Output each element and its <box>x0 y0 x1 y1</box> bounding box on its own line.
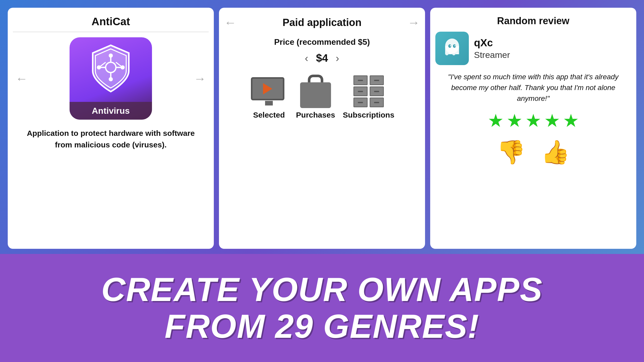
drawer-handle-3 <box>358 102 363 103</box>
cabinet-column-2 <box>370 75 384 107</box>
drawer-handle-5 <box>374 91 379 92</box>
app-name: qXc <box>474 37 510 49</box>
drawer-handle-2 <box>358 91 363 92</box>
banner-text: Create your own apps from 29 genres! <box>101 271 543 345</box>
price-row: ‹ $4 › <box>305 52 339 64</box>
card1-divider <box>13 32 209 32</box>
card2-next-button[interactable]: → <box>408 15 420 30</box>
app-label-bar: Antivirus <box>70 102 152 120</box>
paid-application-card: ← Paid application → Price (recommended … <box>219 8 425 249</box>
purchases-option[interactable]: Purchases <box>296 75 335 119</box>
bag-body <box>300 82 331 108</box>
review-title: Random review <box>497 15 570 27</box>
bottom-banner: Create your own apps from 29 genres! <box>0 254 644 362</box>
subscriptions-option[interactable]: Subscriptions <box>343 75 394 119</box>
drawer-handle-6 <box>374 102 379 103</box>
card2-prev-button[interactable]: ← <box>224 15 236 30</box>
price-value: $4 <box>316 52 328 64</box>
svg-point-5 <box>109 54 113 58</box>
cabinet-icon <box>353 75 384 107</box>
app-showcase: ← <box>13 37 209 120</box>
next-app-button[interactable]: → <box>194 72 206 86</box>
star-4: ★ <box>544 112 560 130</box>
star-2: ★ <box>506 112 523 130</box>
drawer-2 <box>353 86 368 96</box>
selected-icon-area <box>250 75 288 108</box>
monitor-stand <box>265 101 273 105</box>
anticat-title: AntiCat <box>91 15 130 28</box>
app-name-block: qXc Streamer <box>474 37 510 60</box>
prev-app-button[interactable]: ← <box>15 72 28 86</box>
card2-nav-title: Paid application <box>283 17 362 28</box>
svg-point-6 <box>109 77 113 81</box>
thumbs-up-icon[interactable]: 👍 <box>541 139 570 166</box>
subscriptions-icon-area <box>349 75 388 108</box>
thumbs-row: 👎 👍 <box>497 139 570 166</box>
app-info-row: qXc Streamer <box>435 32 631 65</box>
star-1: ★ <box>488 112 504 130</box>
monitor-screen <box>251 77 284 100</box>
purchases-label: Purchases <box>296 111 335 119</box>
svg-point-16 <box>454 45 456 47</box>
star-5: ★ <box>563 112 579 130</box>
banner-line2: from 29 genres! <box>165 307 479 345</box>
monitor-icon <box>251 77 287 105</box>
drawer-handle-4 <box>374 80 379 81</box>
price-label: Price (recommended $5) <box>274 37 370 47</box>
banner-line1: Create your own apps <box>101 271 543 308</box>
app-description: Application to protect hardware with sof… <box>13 127 209 151</box>
shield-area <box>85 37 137 102</box>
app-label: Antivirus <box>92 106 130 116</box>
price-up-button[interactable]: › <box>336 52 339 64</box>
price-down-button[interactable]: ‹ <box>305 52 308 64</box>
thumbs-down-icon[interactable]: 👎 <box>497 139 526 166</box>
card2-nav: ← Paid application → <box>224 15 420 30</box>
svg-point-15 <box>450 45 451 47</box>
drawer-1 <box>353 75 368 85</box>
review-text: "I've spent so much time with this app t… <box>435 72 631 104</box>
subscriptions-label: Subscriptions <box>343 111 394 119</box>
play-icon <box>263 83 272 94</box>
shopping-bag-icon <box>300 75 331 108</box>
app-icon: Antivirus <box>70 37 152 120</box>
star-3: ★ <box>525 112 541 130</box>
cabinet-column-1 <box>353 75 368 107</box>
shield-icon <box>85 43 137 94</box>
drawer-5 <box>370 86 384 96</box>
selected-label: Selected <box>253 111 285 119</box>
drawer-handle-1 <box>358 80 363 81</box>
ghost-app-icon <box>435 32 469 65</box>
drawer-6 <box>370 98 384 107</box>
drawer-4 <box>370 75 384 85</box>
app-genre: Streamer <box>474 50 510 60</box>
anticat-card: AntiCat ← <box>8 8 214 249</box>
ghost-svg <box>440 37 464 60</box>
purchases-icon-area <box>296 75 335 108</box>
svg-rect-12 <box>445 46 459 54</box>
payment-options: Selected Purchases <box>224 75 420 119</box>
drawer-3 <box>353 98 368 107</box>
stars-row: ★ ★ ★ ★ ★ <box>488 112 579 130</box>
random-review-card: Random review qXc Streamer <box>430 8 636 249</box>
selected-option[interactable]: Selected <box>250 75 288 119</box>
